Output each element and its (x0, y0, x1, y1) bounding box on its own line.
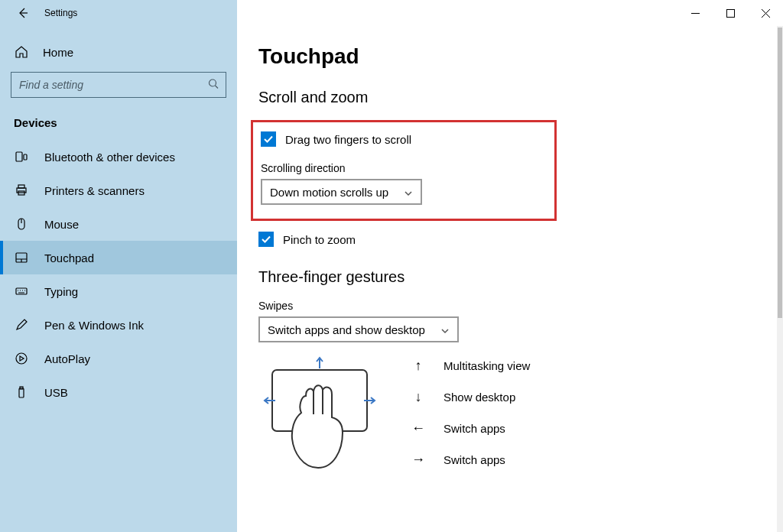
search-input[interactable] (11, 72, 226, 98)
drag-two-fingers-label: Drag two fingers to scroll (285, 133, 411, 146)
swipes-dropdown[interactable]: Switch apps and show desktop (258, 316, 459, 342)
home-icon (14, 44, 29, 60)
sidebar: Home Devices Bluetooth & other devices (0, 26, 237, 532)
touchpad-icon (14, 250, 29, 265)
page-title: Touchpad (258, 44, 783, 69)
scrolling-direction-value: Down motion scrolls up (270, 186, 388, 199)
svg-rect-11 (19, 388, 24, 397)
pinch-to-zoom-label: Pinch to zoom (283, 233, 356, 246)
gesture-label: Switch apps (443, 453, 505, 466)
sidebar-home[interactable]: Home (0, 37, 237, 72)
gesture-row-down: ↓ Show desktop (411, 389, 530, 405)
scrolling-direction-label: Scrolling direction (261, 162, 554, 174)
svg-rect-0 (726, 9, 734, 17)
gesture-label: Switch apps (443, 422, 505, 435)
main-panel: Touchpad Scroll and zoom Drag two finger… (237, 26, 783, 532)
svg-rect-9 (16, 288, 27, 294)
window-controls (677, 0, 783, 26)
scrolling-direction-dropdown[interactable]: Down motion scrolls up (261, 179, 422, 205)
autoplay-icon (14, 351, 29, 366)
pen-icon (14, 317, 29, 332)
sidebar-item-label: Mouse (44, 218, 79, 231)
sidebar-home-label: Home (43, 46, 73, 59)
svg-point-10 (16, 353, 27, 364)
sidebar-item-label: USB (44, 386, 68, 399)
minimize-button[interactable] (677, 0, 713, 26)
maximize-button[interactable] (713, 0, 748, 26)
titlebar: Settings (0, 0, 783, 26)
svg-rect-2 (16, 152, 22, 161)
sidebar-item-printers[interactable]: Printers & scanners (0, 174, 237, 207)
swipes-label: Swipes (258, 300, 783, 312)
back-button[interactable] (15, 5, 31, 21)
sidebar-item-autoplay[interactable]: AutoPlay (0, 342, 237, 375)
arrow-down-icon: ↓ (411, 389, 425, 405)
search-icon (208, 79, 219, 92)
sidebar-item-label: Printers & scanners (44, 184, 145, 197)
svg-rect-5 (18, 185, 24, 188)
sidebar-item-usb[interactable]: USB (0, 375, 237, 409)
devices-icon (14, 149, 29, 164)
gesture-row-left: ← Switch apps (411, 420, 530, 436)
window-title: Settings (44, 8, 77, 18)
pinch-to-zoom-checkbox[interactable] (258, 232, 274, 247)
arrow-right-icon: → (411, 452, 425, 468)
chevron-down-icon (404, 187, 413, 196)
section-heading-three-finger: Three-finger gestures (258, 268, 783, 286)
gesture-label: Show desktop (443, 391, 515, 404)
svg-rect-3 (24, 154, 27, 160)
sidebar-item-mouse[interactable]: Mouse (0, 207, 237, 241)
keyboard-icon (14, 284, 29, 299)
arrow-up-icon: ↑ (411, 358, 425, 374)
gesture-list: ↑ Multitasking view ↓ Show desktop ← Swi… (411, 353, 530, 483)
mouse-icon (14, 216, 29, 232)
gesture-label: Multitasking view (443, 359, 530, 372)
highlighted-region: Drag two fingers to scroll Scrolling dir… (251, 120, 557, 221)
gesture-row-right: → Switch apps (411, 452, 530, 468)
section-heading-scroll-zoom: Scroll and zoom (258, 89, 783, 106)
swipes-value: Switch apps and show desktop (268, 323, 425, 336)
svg-point-1 (210, 79, 216, 86)
gesture-row-up: ↑ Multitasking view (411, 358, 530, 374)
sidebar-item-pen[interactable]: Pen & Windows Ink (0, 308, 237, 342)
drag-two-fingers-checkbox[interactable] (261, 131, 276, 147)
sidebar-item-label: Pen & Windows Ink (44, 319, 144, 332)
printer-icon (14, 183, 29, 198)
vertical-scrollbar[interactable] (777, 26, 783, 532)
sidebar-item-label: Typing (44, 285, 78, 298)
close-button[interactable] (748, 0, 783, 26)
chevron-down-icon (440, 325, 450, 334)
sidebar-item-label: Bluetooth & other devices (44, 151, 175, 164)
sidebar-category: Devices (0, 112, 237, 140)
sidebar-item-label: Touchpad (44, 251, 94, 264)
arrow-left-icon: ← (411, 420, 425, 436)
scrollbar-thumb[interactable] (778, 28, 782, 318)
usb-icon (14, 384, 29, 400)
sidebar-item-typing[interactable]: Typing (0, 274, 237, 308)
sidebar-item-label: AutoPlay (44, 352, 90, 365)
sidebar-item-bluetooth[interactable]: Bluetooth & other devices (0, 140, 237, 174)
sidebar-item-touchpad[interactable]: Touchpad (0, 241, 237, 274)
touchpad-illustration (258, 353, 381, 483)
